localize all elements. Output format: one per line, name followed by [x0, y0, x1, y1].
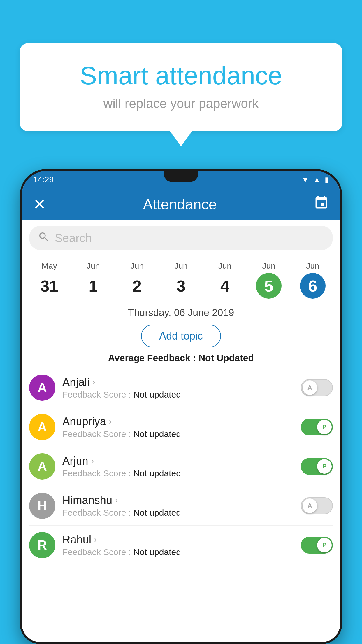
student-name-3: Himanshu ›	[62, 494, 294, 507]
student-chevron-4: ›	[94, 535, 97, 544]
phone-frame: 14:29 ▼ ▲ ▮ ✕ Attendance S	[20, 169, 342, 644]
student-info-0: Anjali ›Feedback Score : Not updated	[55, 376, 301, 400]
student-info-2: Arjun ›Feedback Score : Not updated	[55, 455, 301, 478]
calendar-day-2[interactable]: Jun2	[115, 258, 159, 302]
wifi-icon: ▼	[302, 175, 309, 184]
feedback-value-3: Not updated	[133, 508, 181, 517]
student-item-0[interactable]: AAnjali ›Feedback Score : Not updatedA	[29, 368, 333, 407]
student-name-0: Anjali ›	[62, 376, 294, 388]
cal-date-1: 1	[80, 273, 106, 299]
student-feedback-4: Feedback Score : Not updated	[62, 547, 294, 557]
bubble-subtitle: will replace your paperwork	[43, 96, 319, 111]
toggle-knob-4: P	[317, 538, 332, 552]
student-info-1: Anupriya ›Feedback Score : Not updated	[55, 415, 301, 439]
student-feedback-0: Feedback Score : Not updated	[62, 390, 294, 400]
feedback-value-0: Not updated	[133, 390, 181, 399]
selected-date: Thursday, 06 June 2019	[22, 302, 340, 321]
toggle-knob-2: P	[317, 459, 332, 474]
student-list: AAnjali ›Feedback Score : Not updatedAAA…	[22, 368, 340, 565]
cal-date-6: 6	[300, 273, 326, 299]
cal-month-6: Jun	[306, 261, 319, 271]
student-feedback-1: Feedback Score : Not updated	[62, 429, 294, 439]
student-item-1[interactable]: AAnupriya ›Feedback Score : Not updatedP	[29, 407, 333, 447]
status-icons: ▼ ▲ ▮	[302, 175, 329, 184]
student-chevron-1: ›	[109, 417, 112, 426]
toggle-wrap-0[interactable]: A	[301, 379, 333, 396]
toggle-knob-1: P	[317, 420, 332, 434]
cal-date-5: 5	[256, 273, 282, 299]
student-name-2: Arjun ›	[62, 455, 294, 467]
student-item-4[interactable]: RRahul ›Feedback Score : Not updatedP	[29, 526, 333, 565]
student-chevron-3: ›	[115, 496, 118, 505]
cal-date-0: 31	[36, 273, 62, 299]
speech-bubble: Smart attendance will replace your paper…	[20, 43, 342, 131]
speech-bubble-container: Smart attendance will replace your paper…	[20, 43, 342, 131]
attendance-toggle-1[interactable]: P	[301, 419, 333, 435]
toggle-wrap-4[interactable]: P	[301, 537, 333, 554]
feedback-value-2: Not updated	[133, 468, 181, 478]
student-chevron-2: ›	[91, 456, 94, 466]
calendar-day-3[interactable]: Jun3	[159, 258, 203, 302]
student-avatar-4: R	[29, 532, 55, 558]
student-feedback-2: Feedback Score : Not updated	[62, 468, 294, 478]
cal-month-3: Jun	[174, 261, 187, 271]
student-avatar-1: A	[29, 414, 55, 440]
toggle-knob-0: A	[303, 380, 317, 395]
add-topic-container: Add topic	[22, 321, 340, 351]
toggle-wrap-3[interactable]: A	[301, 497, 333, 514]
calendar-day-0[interactable]: May31	[27, 258, 71, 302]
search-icon	[38, 231, 50, 245]
cal-month-1: Jun	[87, 261, 100, 271]
student-name-4: Rahul ›	[62, 533, 294, 546]
close-button[interactable]: ✕	[33, 196, 46, 213]
phone-inner: 14:29 ▼ ▲ ▮ ✕ Attendance S	[22, 171, 340, 642]
calendar-strip: May31Jun1Jun2Jun3Jun4Jun5Jun6	[22, 256, 340, 302]
toggle-knob-3: A	[303, 498, 317, 513]
calendar-day-6[interactable]: Jun6	[291, 258, 335, 302]
student-info-4: Rahul ›Feedback Score : Not updated	[55, 533, 301, 557]
add-topic-button[interactable]: Add topic	[141, 325, 221, 347]
cal-month-2: Jun	[131, 261, 144, 271]
feedback-value-1: Not updated	[133, 429, 181, 439]
phone-notch	[164, 171, 198, 182]
toggle-wrap-2[interactable]: P	[301, 458, 333, 475]
calendar-day-4[interactable]: Jun4	[203, 258, 247, 302]
avg-feedback-label: Average Feedback :	[108, 353, 196, 363]
cal-date-2: 2	[124, 273, 150, 299]
cal-date-3: 3	[168, 273, 194, 299]
cal-month-5: Jun	[262, 261, 275, 271]
cal-date-4: 4	[212, 273, 238, 299]
calendar-day-1[interactable]: Jun1	[71, 258, 115, 302]
attendance-toggle-0[interactable]: A	[301, 379, 333, 396]
search-placeholder: Search	[55, 232, 92, 245]
bubble-title: Smart attendance	[43, 61, 319, 90]
student-item-3[interactable]: HHimanshu ›Feedback Score : Not updatedA	[29, 486, 333, 526]
app-bar-title: Attendance	[143, 196, 217, 213]
student-avatar-0: A	[29, 374, 55, 401]
search-bar[interactable]: Search	[29, 226, 333, 250]
student-name-1: Anupriya ›	[62, 415, 294, 428]
cal-month-0: May	[42, 261, 57, 271]
student-avatar-2: A	[29, 453, 55, 480]
student-info-3: Himanshu ›Feedback Score : Not updated	[55, 494, 301, 518]
student-item-2[interactable]: AArjun ›Feedback Score : Not updatedP	[29, 447, 333, 486]
calendar-day-5[interactable]: Jun5	[247, 258, 291, 302]
toggle-wrap-1[interactable]: P	[301, 419, 333, 435]
status-bar: 14:29 ▼ ▲ ▮	[22, 171, 340, 188]
student-feedback-3: Feedback Score : Not updated	[62, 508, 294, 518]
avg-feedback: Average Feedback : Not Updated	[22, 351, 340, 368]
cal-month-4: Jun	[218, 261, 231, 271]
battery-icon: ▮	[325, 175, 329, 184]
calendar-button[interactable]	[314, 195, 329, 214]
student-chevron-0: ›	[92, 377, 95, 387]
status-time: 14:29	[33, 175, 54, 184]
feedback-value-4: Not updated	[133, 547, 181, 557]
attendance-toggle-2[interactable]: P	[301, 458, 333, 475]
signal-icon: ▲	[313, 175, 321, 184]
student-avatar-3: H	[29, 493, 55, 519]
app-bar: ✕ Attendance	[22, 188, 340, 220]
avg-feedback-value: Not Updated	[198, 353, 254, 363]
attendance-toggle-3[interactable]: A	[301, 497, 333, 514]
attendance-toggle-4[interactable]: P	[301, 537, 333, 554]
